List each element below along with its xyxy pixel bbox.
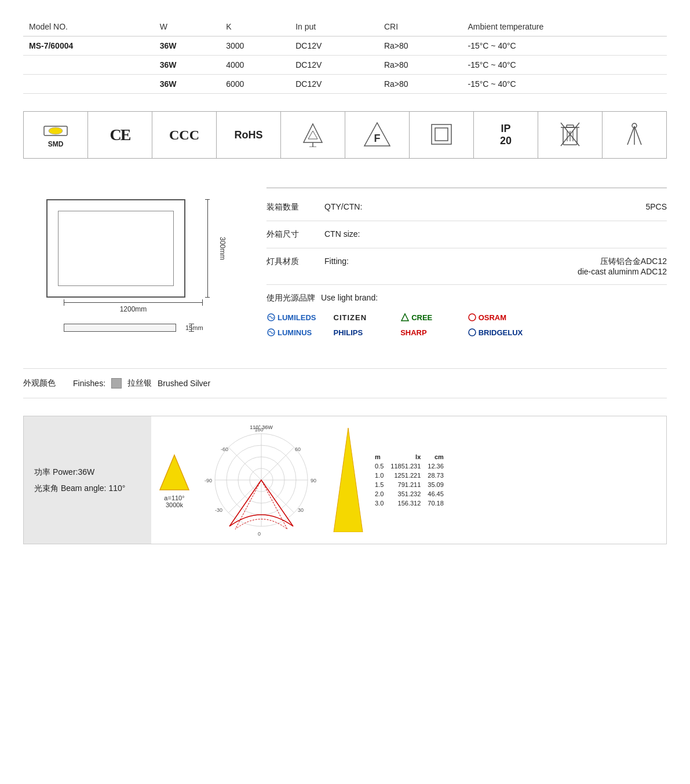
cert-ip20: IP 20 bbox=[474, 112, 538, 158]
lux-cm: 28.73 bbox=[424, 471, 447, 480]
ctn-row: 外箱尺寸 CTN size: bbox=[266, 221, 667, 248]
qty-row: 装箱数量 QTY/CTN: 5PCS bbox=[266, 194, 667, 221]
lux-area: m lx cm 0.5 11851.231 12.36 1.0 1251.221… bbox=[325, 416, 453, 544]
fitting-value-cn: 压铸铝合金ADC12 bbox=[394, 257, 667, 267]
svg-text:30: 30 bbox=[298, 507, 304, 513]
certification-row: SMD CE CCC RoHS F IP 20 bbox=[23, 111, 667, 159]
brand-item: BRIDGELUX bbox=[468, 328, 523, 337]
lux-m: 1.5 bbox=[371, 480, 387, 489]
brand-item: LUMINUS bbox=[266, 328, 322, 337]
cert-rohs: RoHS bbox=[217, 112, 281, 158]
cert-beam bbox=[603, 112, 666, 158]
brand-item: CREE bbox=[400, 313, 456, 322]
finishes-label-en: Finishes: bbox=[73, 379, 105, 388]
svg-text:60: 60 bbox=[295, 446, 301, 452]
brand-name: BRIDGELUX bbox=[479, 328, 523, 337]
lux-cm: 12.36 bbox=[424, 461, 447, 471]
cert-ccc-label: CCC bbox=[169, 127, 199, 143]
cell-k: 6000 bbox=[220, 75, 290, 94]
lux-m: 2.0 bbox=[371, 489, 387, 499]
beam-label: 光束角 Beam angle: 110° bbox=[34, 480, 141, 496]
cert-square bbox=[410, 112, 474, 158]
svg-marker-25 bbox=[401, 314, 408, 321]
lux-row: 2.0 351.232 46.45 bbox=[371, 489, 447, 499]
brand-item: OSRAM bbox=[468, 313, 523, 322]
finish-value-en: Brushed Silver bbox=[158, 379, 210, 388]
svg-text:110°  36W: 110° 36W bbox=[250, 424, 273, 430]
table-row: 36W 4000 DC12V Ra>80 -15°C ~ 40°C bbox=[23, 56, 667, 75]
dim-15mm-area: 15mm bbox=[180, 324, 203, 332]
brand-header: 使用光源品牌 Use light brand: bbox=[266, 293, 379, 303]
beam-angle-label: a=110° bbox=[157, 494, 192, 501]
cell-temp: -15°C ~ 40°C bbox=[462, 75, 667, 94]
lux-row: 1.5 791.211 35.09 bbox=[371, 480, 447, 489]
brand-item: LUMILEDS bbox=[266, 313, 322, 322]
cell-cri: Ra>80 bbox=[378, 36, 462, 56]
beam-k-label: 3000k bbox=[157, 501, 192, 508]
brand-item: PHILIPS bbox=[334, 328, 389, 337]
ctn-label-cn: 外箱尺寸 bbox=[266, 229, 313, 240]
cell-model bbox=[23, 75, 154, 94]
brand-name: CITIZEN bbox=[334, 313, 367, 322]
fitting-value-en: die-cast aluminm ADC12 bbox=[394, 267, 667, 276]
svg-text:-90: -90 bbox=[205, 478, 212, 483]
lux-lx: 351.232 bbox=[387, 489, 424, 499]
lux-lx: 156.312 bbox=[387, 499, 424, 508]
brand-label-cn: 使用光源品牌 bbox=[266, 293, 315, 303]
cell-w: 36W bbox=[154, 36, 220, 56]
svg-marker-2 bbox=[304, 124, 322, 142]
power-label: 功率 Power:36W bbox=[34, 464, 141, 480]
svg-rect-8 bbox=[432, 124, 451, 144]
lux-lx: 1251.221 bbox=[387, 471, 424, 480]
lux-m: 3.0 bbox=[371, 499, 387, 508]
cert-smd-label: SMD bbox=[48, 140, 64, 148]
cell-w: 36W bbox=[154, 75, 220, 94]
lux-header-cm: cm bbox=[424, 452, 447, 461]
cert-ccc: CCC bbox=[152, 112, 217, 158]
svg-point-26 bbox=[469, 314, 476, 321]
specs-table: Model NO. W K In put CRI Ambient tempera… bbox=[23, 17, 667, 94]
cell-k: 4000 bbox=[220, 56, 290, 75]
cell-temp: -15°C ~ 40°C bbox=[462, 56, 667, 75]
cell-input: DC12V bbox=[290, 75, 378, 94]
svg-text:0: 0 bbox=[258, 531, 261, 537]
svg-marker-3 bbox=[308, 131, 317, 139]
lux-m: 1.0 bbox=[371, 471, 387, 480]
finish-swatch bbox=[111, 378, 122, 389]
fitting-label-cn: 灯具材质 bbox=[266, 257, 313, 267]
lux-m: 0.5 bbox=[371, 461, 387, 471]
brand-name: OSRAM bbox=[479, 313, 506, 322]
brand-name: LUMILEDS bbox=[278, 313, 316, 322]
qty-value: 5PCS bbox=[394, 202, 667, 211]
brand-name: LUMINUS bbox=[278, 328, 312, 337]
beam-shape-area: a=110° 3000k bbox=[151, 416, 198, 544]
lux-header-m: m bbox=[371, 452, 387, 461]
product-drawing bbox=[46, 199, 185, 298]
cert-export bbox=[281, 112, 345, 158]
col-k: K bbox=[220, 17, 290, 36]
brand-label-en: Use light brand: bbox=[321, 293, 379, 303]
cell-k: 3000 bbox=[220, 36, 290, 56]
cell-w: 36W bbox=[154, 56, 220, 75]
finishes-row: 外观颜色 Finishes: 拉丝银 Brushed Silver bbox=[23, 368, 667, 398]
table-row: MS-7/60004 36W 3000 DC12V Ra>80 -15°C ~ … bbox=[23, 36, 667, 56]
dim-1200mm-label: 1200mm bbox=[64, 305, 203, 313]
dim-15mm-label: 15mm bbox=[185, 324, 203, 331]
cert-ip-label: IP bbox=[501, 123, 510, 135]
beam-shape-icon: a=110° 3000k bbox=[157, 452, 192, 508]
lux-cm: 46.45 bbox=[424, 489, 447, 499]
inner-rect bbox=[58, 211, 174, 286]
dim-1200mm-area: 1200mm bbox=[64, 302, 203, 313]
lux-row: 3.0 156.312 70.18 bbox=[371, 499, 447, 508]
ctn-label-en: CTN size: bbox=[324, 229, 382, 239]
cert-rohs-label: RoHS bbox=[235, 129, 263, 141]
svg-rect-9 bbox=[435, 128, 448, 141]
polar-chart-area: 180 90 -90 -60 60 -30 30 0 110° 36W bbox=[198, 416, 325, 544]
main-rect bbox=[46, 199, 185, 298]
finishes-label-cn: 外观颜色 bbox=[23, 378, 56, 389]
col-model: Model NO. bbox=[23, 17, 154, 36]
dim-300mm: 300mm bbox=[218, 237, 227, 260]
cell-cri: Ra>80 bbox=[378, 56, 462, 75]
svg-text:-60: -60 bbox=[221, 446, 228, 452]
svg-marker-29 bbox=[160, 455, 189, 490]
